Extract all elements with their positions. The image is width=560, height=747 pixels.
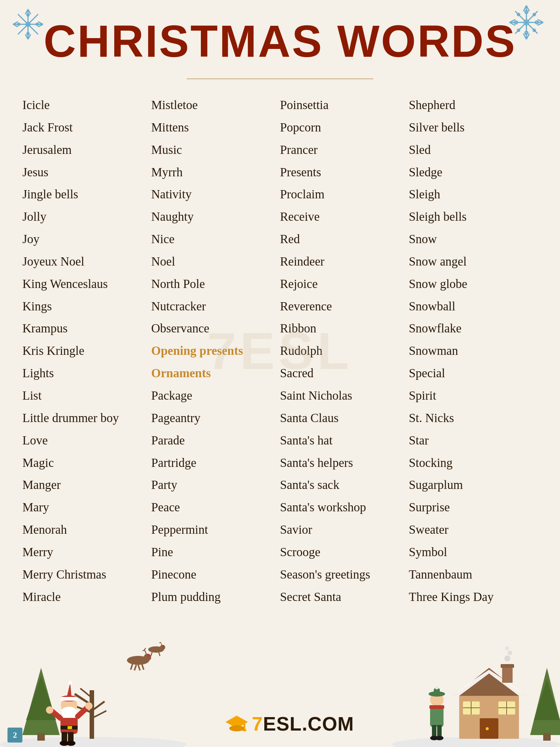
logo-text: 7ESL.COM [252, 713, 354, 735]
word-item: Pinecone [151, 564, 280, 586]
word-item: Observance [151, 317, 280, 340]
svg-rect-112 [429, 705, 444, 709]
word-item: Jesus [22, 161, 151, 184]
word-item: Santa's sack [280, 474, 409, 496]
word-item: Miracle [22, 586, 151, 608]
word-item: Rejoice [280, 273, 409, 295]
word-item: Sled [409, 139, 538, 161]
svg-point-103 [505, 647, 509, 650]
word-item: Sugarplum [409, 474, 538, 496]
right-scene-svg [392, 630, 560, 747]
svg-rect-52 [60, 697, 78, 701]
word-item: Peppermint [151, 519, 280, 541]
word-column-2: MistletoeMittensMusicMyrrhNativityNaught… [151, 94, 280, 608]
word-item: Myrrh [151, 161, 280, 184]
word-item: Opening presents [151, 340, 280, 362]
word-item: Sleigh bells [409, 206, 538, 228]
svg-point-92 [486, 727, 489, 730]
svg-point-116 [435, 736, 444, 740]
divider [187, 78, 373, 79]
word-item: Peace [151, 496, 280, 519]
svg-line-75 [138, 665, 140, 670]
word-item: Proclaim [280, 183, 409, 206]
word-item: Party [151, 474, 280, 496]
svg-rect-106 [543, 733, 551, 741]
word-item: Magic [22, 452, 151, 474]
word-item: Star [409, 430, 538, 452]
word-item: Menorah [22, 519, 151, 541]
page: CHRISTMAS WORDS 7ESL IcicleJack FrostJer… [0, 0, 560, 747]
word-item: Krampus [22, 317, 151, 340]
word-item: Jingle bells [22, 183, 151, 206]
svg-rect-100 [501, 664, 514, 668]
word-item: Little drummer boy [22, 407, 151, 430]
word-item: Reverence [280, 295, 409, 318]
word-item: Kings [22, 295, 151, 318]
word-item: Icicle [22, 94, 151, 117]
word-item: Shepherd [409, 94, 538, 117]
svg-line-74 [142, 664, 144, 670]
left-scene [0, 630, 187, 747]
word-item: Sacred [280, 362, 409, 385]
word-item: Snow angel [409, 251, 538, 273]
svg-marker-105 [534, 679, 560, 720]
svg-point-68 [147, 654, 150, 657]
word-item: Pageantry [151, 407, 280, 430]
word-item: Snowman [409, 340, 538, 362]
word-item: Season's greetings [280, 564, 409, 586]
page-number: 2 [7, 728, 22, 743]
svg-line-80 [159, 642, 161, 643]
svg-point-101 [504, 655, 510, 661]
svg-rect-91 [480, 718, 498, 739]
word-item: Parade [151, 430, 280, 452]
word-item: Nice [151, 228, 280, 251]
word-item: Snowflake [409, 317, 538, 340]
word-column-3: PoinsettiaPopcornPrancerPresentsProclaim… [280, 94, 409, 608]
word-item: Sleigh [409, 183, 538, 206]
word-item: Ornaments [151, 362, 280, 385]
word-item: Rudolph [280, 340, 409, 362]
word-item: Santa's helpers [280, 452, 409, 474]
word-item: Spirit [409, 385, 538, 407]
word-item: Symbol [409, 541, 538, 564]
word-item: Kris Kringle [22, 340, 151, 362]
word-item: King Wenceslaus [22, 273, 151, 295]
word-item: Pine [151, 541, 280, 564]
svg-rect-41 [37, 733, 45, 741]
word-item: Three Kings Day [409, 586, 538, 608]
word-item: Prancer [280, 139, 409, 161]
word-item: Scrooge [280, 541, 409, 564]
word-item: Mistletoe [151, 94, 280, 117]
svg-line-72 [131, 664, 133, 670]
svg-line-73 [134, 665, 136, 670]
svg-rect-57 [68, 726, 72, 729]
svg-point-86 [229, 725, 244, 731]
word-item: Snowball [409, 295, 538, 318]
word-item: Santa Claus [280, 407, 409, 430]
svg-point-65 [46, 706, 53, 714]
word-item: Receive [280, 206, 409, 228]
svg-point-63 [85, 702, 93, 710]
svg-point-51 [68, 681, 72, 685]
right-scene [392, 630, 560, 747]
logo: 7ESL.COM [225, 713, 354, 735]
word-item: St. Nicks [409, 407, 538, 430]
svg-rect-111 [430, 706, 444, 727]
word-item: Jolly [22, 206, 151, 228]
word-item: Lights [22, 362, 151, 385]
svg-rect-99 [502, 666, 513, 683]
word-item: Snow [409, 228, 538, 251]
word-item: Package [151, 385, 280, 407]
word-item: Special [409, 362, 538, 385]
word-item: Silver bells [409, 117, 538, 139]
word-item: Nutcracker [151, 295, 280, 318]
word-item: Love [22, 430, 151, 452]
word-item: Red [280, 228, 409, 251]
word-item: Savior [280, 519, 409, 541]
word-item: Saint Nicholas [280, 385, 409, 407]
word-item: Santa's hat [280, 430, 409, 452]
word-item: Mittens [151, 117, 280, 139]
word-item: Manger [22, 474, 151, 496]
svg-line-69 [144, 650, 146, 654]
svg-point-102 [508, 651, 512, 655]
